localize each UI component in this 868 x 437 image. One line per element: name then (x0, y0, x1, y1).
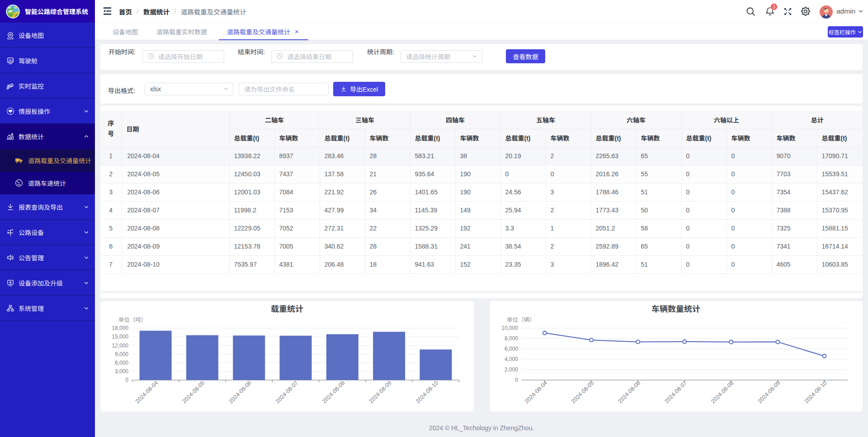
svg-text:2024-08-08: 2024-08-08 (321, 380, 346, 404)
svg-text:3,000: 3,000 (115, 368, 128, 375)
svg-text:0: 0 (125, 377, 128, 383)
svg-text:2024-08-05: 2024-08-05 (181, 380, 206, 404)
svg-text:单位（吨）: 单位（吨） (118, 317, 147, 323)
svg-text:2024-08-06: 2024-08-06 (228, 380, 253, 404)
svg-text:4,000: 4,000 (505, 356, 518, 362)
svg-text:2024-08-07: 2024-08-07 (663, 380, 688, 404)
svg-text:车辆数量统计: 车辆数量统计 (651, 305, 700, 314)
svg-text:单位（辆）: 单位（辆） (507, 317, 535, 323)
svg-text:2024-08-06: 2024-08-06 (617, 380, 642, 404)
svg-text:0: 0 (515, 377, 518, 383)
svg-text:2024-08-04: 2024-08-04 (134, 380, 159, 404)
svg-text:6,000: 6,000 (505, 346, 518, 352)
svg-text:2,000: 2,000 (505, 367, 518, 373)
svg-text:8,000: 8,000 (505, 335, 518, 342)
svg-text:2024-08-09: 2024-08-09 (756, 380, 781, 404)
svg-text:18,000: 18,000 (112, 325, 128, 331)
svg-text:载重统计: 载重统计 (271, 305, 303, 314)
svg-text:2024-08-07: 2024-08-07 (274, 380, 299, 404)
svg-text:9,000: 9,000 (115, 351, 128, 357)
svg-text:2024-08-10: 2024-08-10 (803, 380, 828, 404)
svg-text:2024-08-08: 2024-08-08 (710, 380, 735, 404)
svg-text:2024-08-10: 2024-08-10 (415, 380, 439, 404)
svg-text:2024-08-05: 2024-08-05 (570, 380, 595, 404)
svg-text:2024-08-04: 2024-08-04 (524, 380, 548, 404)
svg-text:6,000: 6,000 (115, 360, 128, 366)
svg-text:12,000: 12,000 (112, 343, 128, 349)
svg-text:15,000: 15,000 (112, 334, 128, 340)
svg-text:2024-08-09: 2024-08-09 (368, 380, 393, 404)
svg-text:10,000: 10,000 (501, 325, 518, 331)
